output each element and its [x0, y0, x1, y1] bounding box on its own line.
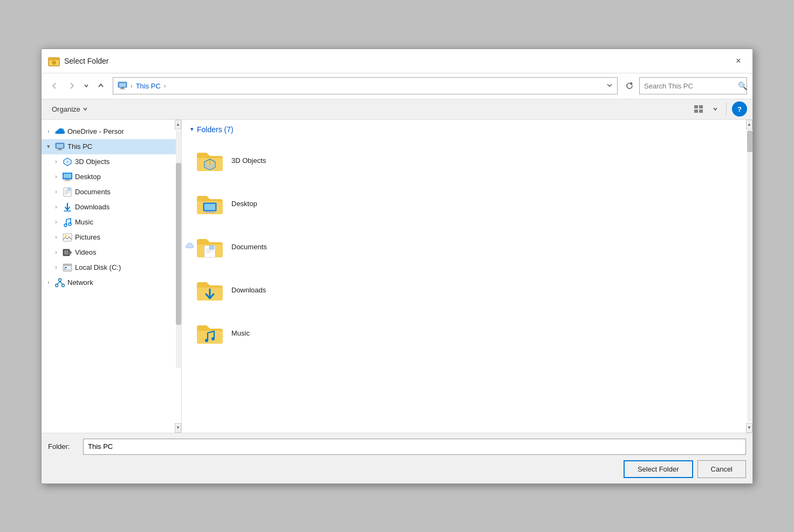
- svg-rect-60: [204, 212, 215, 213]
- sidebar-scroll-down[interactable]: ▼: [175, 423, 181, 433]
- svg-rect-65: [209, 245, 214, 249]
- sidebar-item-this-pc[interactable]: ▾ This PC: [42, 139, 181, 154]
- svg-point-37: [69, 223, 71, 226]
- forward-button[interactable]: [64, 78, 79, 93]
- folder-input[interactable]: [83, 439, 746, 455]
- search-input[interactable]: [644, 82, 735, 90]
- folder-icon-3d: [195, 146, 225, 176]
- svg-rect-43: [65, 251, 66, 254]
- up-button[interactable]: [93, 78, 108, 93]
- svg-rect-28: [64, 180, 71, 181]
- sidebar-item-local-disk[interactable]: › Local Disk (C:): [42, 260, 181, 275]
- search-box: 🔍: [639, 77, 747, 94]
- svg-rect-15: [694, 110, 698, 113]
- breadcrumb-dropdown-button[interactable]: [606, 82, 613, 90]
- breadcrumb-chevron-2: ›: [164, 83, 166, 89]
- sidebar: ▲ › OneDrive - Persor ▾: [42, 120, 182, 433]
- folder-item-3d-objects[interactable]: 3D Objects: [190, 139, 742, 182]
- folder-item-downloads[interactable]: Downloads: [190, 269, 742, 312]
- sidebar-scrollbar-track: [176, 131, 181, 368]
- svg-rect-18: [57, 144, 63, 148]
- sidebar-item-local-disk-label: Local Disk (C:): [75, 263, 179, 271]
- svg-rect-33: [67, 188, 71, 190]
- sidebar-item-music[interactable]: › Music: [42, 215, 181, 230]
- folder-item-desktop[interactable]: Desktop: [190, 182, 742, 226]
- content-scrollbar-thumb[interactable]: [747, 131, 752, 152]
- sidebar-scrollbar-thumb[interactable]: [176, 163, 181, 325]
- sidebar-item-documents[interactable]: › Documents: [42, 185, 181, 200]
- toolbar: Organize ?: [42, 99, 752, 120]
- expand-icon-music: ›: [52, 219, 60, 226]
- sidebar-scroll-up[interactable]: ▲: [175, 120, 181, 129]
- folder-item-documents[interactable]: Documents: [190, 226, 742, 269]
- svg-rect-16: [699, 110, 703, 113]
- svg-line-52: [57, 281, 60, 284]
- select-folder-dialog: Select Folder ×: [41, 49, 753, 484]
- sidebar-item-downloads[interactable]: › Downloads: [42, 200, 181, 215]
- search-icon: 🔍: [738, 81, 747, 90]
- expand-icon-onedrive: ›: [45, 128, 52, 135]
- folder-label-music: Music: [231, 329, 250, 337]
- computer-icon-sidebar: [54, 141, 65, 152]
- svg-point-36: [64, 224, 67, 227]
- svg-rect-59: [206, 211, 214, 212]
- dialog-title: Select Folder: [64, 57, 727, 65]
- downloads-icon: [62, 202, 73, 213]
- view-button[interactable]: [690, 101, 707, 117]
- sidebar-item-desktop[interactable]: › Desktop: [42, 169, 181, 185]
- sidebar-item-music-label: Music: [75, 218, 179, 226]
- help-button[interactable]: ?: [732, 101, 747, 117]
- svg-rect-47: [63, 264, 72, 265]
- sidebar-item-pictures[interactable]: › Pictures: [42, 230, 181, 245]
- expand-icon-downloads: ›: [52, 203, 60, 211]
- computer-icon: [118, 81, 127, 90]
- folder-icon-documents: [195, 232, 225, 262]
- sidebar-item-pictures-label: Pictures: [75, 233, 179, 241]
- svg-rect-58: [204, 204, 215, 210]
- expand-icon-network: ›: [45, 279, 52, 287]
- svg-point-4: [53, 62, 54, 63]
- section-header[interactable]: ▾ Folders (7): [190, 125, 742, 134]
- content-scroll-down[interactable]: ▼: [746, 423, 752, 433]
- disk-icon: [62, 262, 73, 273]
- svg-point-49: [59, 278, 61, 281]
- folder-label-desktop: Desktop: [231, 200, 257, 208]
- breadcrumb-chevron: ›: [131, 83, 133, 89]
- sidebar-item-onedrive[interactable]: › OneDrive - Persor: [42, 124, 181, 139]
- breadcrumb-bar[interactable]: › This PC ›: [113, 77, 618, 94]
- cancel-button[interactable]: Cancel: [697, 460, 746, 478]
- view-dropdown-button[interactable]: [710, 101, 721, 117]
- folder-label-documents: Documents: [231, 243, 267, 251]
- content-scroll-up[interactable]: ▲: [746, 120, 752, 129]
- 3d-icon: [62, 156, 73, 167]
- sidebar-item-3d-objects[interactable]: › 3D Objects: [42, 154, 181, 169]
- back-button[interactable]: [47, 78, 62, 93]
- select-folder-button[interactable]: Select Folder: [624, 460, 693, 478]
- desktop-icon-sidebar: [62, 172, 73, 182]
- refresh-button[interactable]: [622, 78, 637, 93]
- svg-point-68: [211, 337, 215, 340]
- svg-rect-38: [63, 234, 72, 241]
- folder-grid: 3D Objects: [190, 139, 742, 355]
- sidebar-item-network[interactable]: › Network: [42, 275, 181, 290]
- main-area: ▲ › OneDrive - Persor ▾: [42, 120, 752, 433]
- sidebar-item-videos[interactable]: › Videos: [42, 245, 181, 260]
- folder-item-music[interactable]: Music: [190, 312, 742, 355]
- svg-rect-13: [694, 105, 698, 108]
- svg-point-46: [65, 269, 66, 270]
- sidebar-item-onedrive-label: OneDrive - Persor: [67, 127, 179, 135]
- button-row: Select Folder Cancel: [48, 460, 746, 478]
- section-chevron: ▾: [190, 126, 194, 133]
- app-icon: [48, 55, 60, 67]
- sidebar-item-downloads-label: Downloads: [75, 203, 179, 211]
- nav-history-dropdown[interactable]: [81, 78, 91, 93]
- pictures-icon: [62, 232, 73, 243]
- organize-button[interactable]: Organize: [47, 103, 93, 116]
- svg-line-53: [60, 281, 63, 284]
- sidebar-item-videos-label: Videos: [75, 248, 179, 256]
- sidebar-item-this-pc-label: This PC: [67, 142, 179, 151]
- sidebar-item-desktop-label: Desktop: [75, 173, 179, 181]
- close-button[interactable]: ×: [731, 53, 746, 69]
- folder-label-downloads: Downloads: [231, 286, 266, 294]
- breadcrumb-this-pc[interactable]: This PC: [136, 82, 161, 90]
